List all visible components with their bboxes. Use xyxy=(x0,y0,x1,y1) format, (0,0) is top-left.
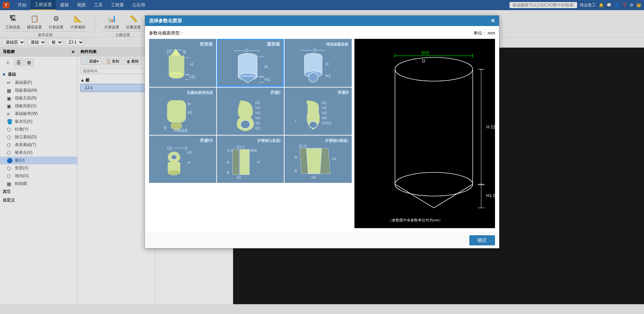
shape-ball-crown-pile[interactable]: 球冠底圆形桩 D xyxy=(284,39,352,87)
svg-text:H: H xyxy=(325,62,328,67)
svg-text:H1: H1 xyxy=(322,101,327,105)
rect-pile-title: 矩形桩 xyxy=(151,41,214,47)
svg-text:D: D xyxy=(422,58,425,64)
shape-grid: 矩形桩 A B xyxy=(149,39,352,183)
shape-long-oval-pile[interactable]: 长圆柱桩球冠底 H H1 b D球冠底 xyxy=(149,88,216,135)
svg-text:H1: H1 xyxy=(325,73,331,78)
svg-text:H: H xyxy=(188,102,191,106)
svg-text:H1: H1 xyxy=(332,157,337,161)
svg-text:B: B xyxy=(227,170,229,174)
svg-text:D1 D: D1 D xyxy=(237,145,245,149)
svg-text:H4: H4 xyxy=(255,116,260,120)
svg-text:H1  0: H1 0 xyxy=(486,193,495,198)
shape-well-pile1[interactable]: 井桩Ⅰ H1 H2 H3 H4 D1 xyxy=(217,88,284,135)
svg-point-66 xyxy=(168,170,180,175)
svg-text:D1 D: D1 D xyxy=(299,144,307,148)
svg-text:B: B xyxy=(183,49,186,54)
shape-retaining-pile2[interactable]: 护壁桩2(锥面) D1 D A B H1 xyxy=(284,136,352,183)
dialog-body: 参数化截面类型： 单位： mm 矩形桩 xyxy=(145,26,499,232)
long-oval-pile-svg: H H1 b D球冠底 xyxy=(157,95,208,132)
svg-text:H1: H1 xyxy=(190,74,196,79)
svg-text:A: A xyxy=(227,160,229,164)
svg-rect-71 xyxy=(232,149,239,175)
shape-well-pile3[interactable]: 井桩ΠI D1 D xyxy=(149,136,216,183)
dialog-close-button[interactable]: ✕ xyxy=(491,18,495,24)
svg-text:（参数图中各参数单位均为mm）: （参数图中各参数单位均为mm） xyxy=(388,218,443,222)
svg-text:H: H xyxy=(188,161,190,165)
well-pile2-svg: L H1 H2 H3 H4 D1D2 xyxy=(293,96,344,133)
svg-text:H3: H3 xyxy=(322,111,327,115)
svg-text:H: H xyxy=(257,160,260,164)
well-pile2-title: 井桩Ⅱ xyxy=(287,90,350,96)
dialog-title-bar: 选择参数化图形 ✕ xyxy=(145,16,499,26)
shape-circle-pile[interactable]: 圆形桩 D xyxy=(217,39,284,87)
svg-marker-81 xyxy=(320,148,330,174)
svg-text:H2: H2 xyxy=(312,176,316,179)
svg-text:H1: H1 xyxy=(188,150,192,154)
well-pile3-title: 井桩ΠI xyxy=(151,138,214,144)
svg-text:H3: H3 xyxy=(255,111,260,115)
confirm-button[interactable]: 确定 xyxy=(469,235,495,245)
svg-point-64 xyxy=(171,155,177,160)
svg-marker-80 xyxy=(300,148,308,174)
cad-preview-panel: 600 D xyxy=(354,39,495,228)
shape-retaining-pile1[interactable]: 护壁桩1(直面) 土方 D1 D 桩体 A xyxy=(217,136,284,183)
svg-point-37 xyxy=(308,73,318,82)
shape-grid-container: 矩形桩 A B xyxy=(149,39,352,228)
svg-text:桩体: 桩体 xyxy=(250,149,257,152)
ball-crown-pile-svg: D H H1 xyxy=(293,47,344,84)
svg-rect-72 xyxy=(240,149,249,175)
parametric-shape-dialog: 选择参数化图形 ✕ 参数化截面类型： 单位： mm xyxy=(145,15,499,248)
svg-text:H2: H2 xyxy=(322,106,327,110)
well-pile1-title: 井桩Ⅰ xyxy=(219,90,282,96)
svg-text:b: b xyxy=(164,125,166,130)
svg-point-6 xyxy=(169,72,184,78)
svg-text:600: 600 xyxy=(421,50,429,55)
svg-text:A: A xyxy=(295,155,297,159)
cad-preview-svg: 600 D xyxy=(354,39,495,228)
svg-text:H4: H4 xyxy=(322,116,327,120)
retaining-pile2-title: 护壁桩2(锥面) xyxy=(287,138,350,143)
svg-text:H: H xyxy=(265,64,268,69)
dialog-shape-label: 参数化截面类型： xyxy=(149,30,184,36)
svg-text:H  22800: H 22800 xyxy=(486,124,495,129)
circle-pile-svg: D xyxy=(227,47,274,84)
svg-marker-22 xyxy=(238,76,257,83)
retaining-pile2-svg: D1 D A B H1 H2 xyxy=(293,143,344,180)
svg-text:D2: D2 xyxy=(255,126,260,130)
svg-text:H1: H1 xyxy=(188,110,193,115)
svg-text:B: B xyxy=(295,169,297,173)
svg-point-91 xyxy=(395,57,473,81)
svg-point-53 xyxy=(309,121,317,128)
svg-text:H1: H1 xyxy=(255,101,260,105)
svg-text:H: H xyxy=(190,62,193,67)
dialog-content: 矩形桩 A B xyxy=(149,39,495,228)
dialog-unit-value: mm xyxy=(488,30,495,35)
svg-text:H1: H1 xyxy=(237,176,241,179)
dialog-label-row: 参数化截面类型： 单位： mm xyxy=(149,30,495,36)
ball-crown-pile-title: 球冠底圆形桩 xyxy=(287,42,350,47)
svg-text:H2: H2 xyxy=(255,106,260,110)
svg-point-94 xyxy=(395,172,473,196)
dialog-overlay: 选择参数化图形 ✕ 参数化截面类型： 单位： mm xyxy=(0,0,644,304)
well-pile3-svg: D1 D H1 H xyxy=(157,144,208,181)
dialog-title: 选择参数化图形 xyxy=(149,18,182,24)
svg-point-46 xyxy=(241,120,250,128)
svg-rect-40 xyxy=(167,100,186,122)
svg-text:D1: D1 xyxy=(255,121,260,125)
svg-text:D: D xyxy=(313,48,316,53)
long-oval-pile-title: 长圆柱桩球冠底 xyxy=(151,90,214,95)
svg-text:D1: D1 xyxy=(167,146,173,151)
rect-pile-svg: A B H xyxy=(159,47,206,84)
retaining-pile1-title: 护壁桩1(直面) xyxy=(219,138,282,143)
circle-pile-title: 圆形桩 xyxy=(219,41,282,47)
dialog-unit-label: 单位： mm xyxy=(473,30,495,36)
svg-text:D: D xyxy=(185,146,188,151)
svg-text:D球冠底: D球冠底 xyxy=(174,128,188,132)
shape-rect-pile[interactable]: 矩形桩 A B xyxy=(149,39,216,87)
svg-text:D1D2: D1D2 xyxy=(322,121,331,125)
svg-text:H1: H1 xyxy=(265,77,270,82)
well-pile1-svg: H1 H2 H3 H4 D1 D2 xyxy=(225,96,276,133)
shape-well-pile2[interactable]: 井桩Ⅱ L H1 H2 H3 H4 D1D2 xyxy=(284,88,352,135)
retaining-pile1-svg: 土方 D1 D 桩体 A B H H1 xyxy=(225,143,276,180)
